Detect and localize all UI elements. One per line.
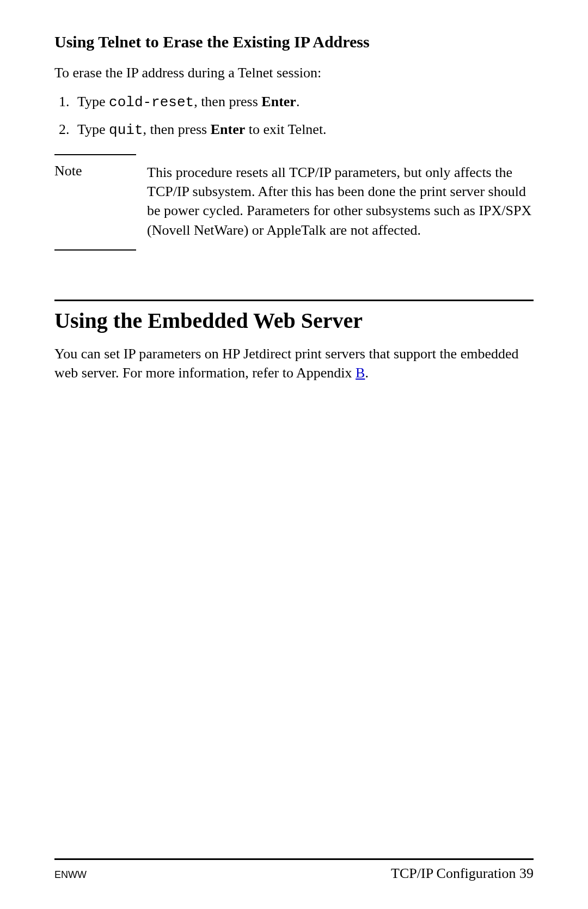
step-item: Type quit, then press Enter to exit Teln… <box>73 120 534 140</box>
note-rule-bottom <box>54 249 136 251</box>
footer-page-number: 39 <box>519 865 534 881</box>
note-rule-top <box>54 154 136 155</box>
major-section-rule <box>54 300 534 301</box>
footer-left-marker: ENWW <box>54 869 87 881</box>
footer-right-label: TCP/IP Configuration 39 <box>391 865 534 882</box>
step-text: to exit Telnet. <box>245 121 326 137</box>
bold-key: Enter <box>261 94 296 109</box>
step-text: . <box>296 94 300 109</box>
steps-list: Type cold-reset, then press Enter. Type … <box>54 92 534 140</box>
code-text: quit <box>109 122 143 138</box>
body-paragraph: You can set IP parameters on HP Jetdirec… <box>54 344 534 382</box>
footer-rule <box>54 858 534 860</box>
footer-chapter-title: TCP/IP Configuration <box>391 865 519 881</box>
step-text: Type <box>77 121 109 137</box>
page-footer: ENWW TCP/IP Configuration 39 <box>54 858 534 882</box>
step-text: , then press <box>194 94 261 109</box>
step-text: , then press <box>143 121 211 137</box>
step-text: Type <box>77 94 109 109</box>
section-heading-telnet-erase: Using Telnet to Erase the Existing IP Ad… <box>54 33 534 51</box>
code-text: cold-reset <box>109 94 194 111</box>
note-label: Note <box>54 163 147 179</box>
intro-paragraph: To erase the IP address during a Telnet … <box>54 63 534 82</box>
bold-key: Enter <box>211 121 246 137</box>
paragraph-text: You can set IP parameters on HP Jetdirec… <box>54 346 519 381</box>
paragraph-text: . <box>365 365 369 381</box>
section-heading-embedded-web-server: Using the Embedded Web Server <box>54 308 534 333</box>
note-text: This procedure resets all TCP/IP paramet… <box>147 163 534 239</box>
step-item: Type cold-reset, then press Enter. <box>73 92 534 112</box>
note-block: Note This procedure resets all TCP/IP pa… <box>54 154 534 250</box>
appendix-link[interactable]: B <box>356 365 365 381</box>
